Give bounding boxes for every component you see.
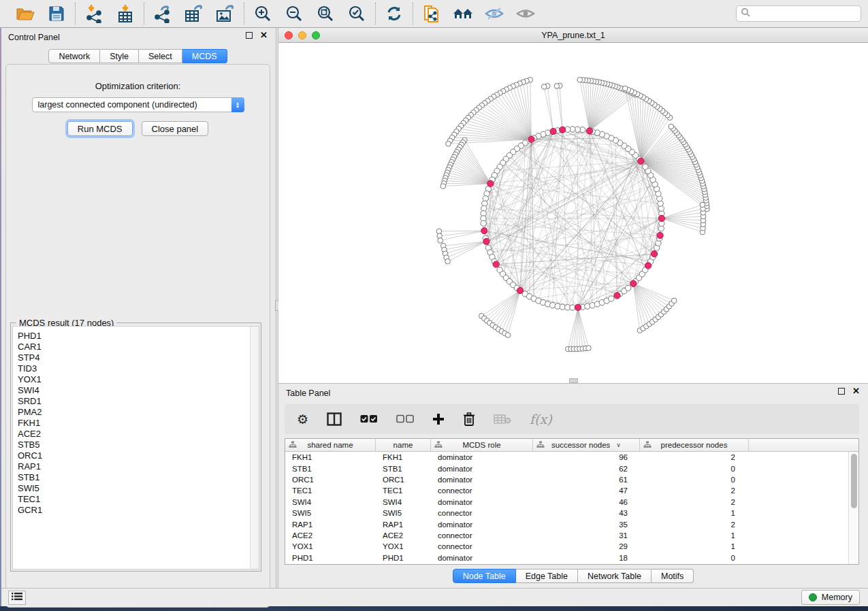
table-cell: 46 (533, 498, 640, 506)
window-minimize-icon[interactable] (298, 31, 306, 39)
search-field[interactable] (736, 5, 861, 22)
memory-status-dot-icon (809, 593, 817, 601)
mcds-list-scrollbar[interactable] (250, 327, 259, 569)
deselect-all-icon[interactable] (396, 414, 414, 424)
table-cell: 2 (640, 498, 749, 506)
show-eye-icon[interactable] (515, 3, 536, 24)
table-row[interactable]: RAP1RAP1dominator352 (285, 518, 848, 529)
float-panel-icon[interactable] (246, 32, 253, 39)
import-table-button[interactable] (114, 3, 136, 24)
mcds-result-item[interactable]: RAP1 (18, 461, 259, 472)
zoom-out-button[interactable] (283, 3, 305, 24)
delete-column-trash-icon[interactable] (463, 412, 475, 426)
tab-motifs[interactable]: Motifs (652, 569, 694, 583)
table-scrollbar[interactable] (848, 452, 858, 564)
horizontal-divider-grip[interactable] (569, 378, 578, 383)
export-network-button[interactable] (152, 3, 174, 24)
window-maximize-icon[interactable] (312, 31, 320, 39)
table-settings-gear-icon[interactable]: ⚙ (297, 412, 308, 427)
tab-edge-table[interactable]: Edge Table (516, 569, 578, 583)
mcds-result-item[interactable]: GCR1 (18, 505, 259, 516)
window-close-icon[interactable] (285, 31, 293, 39)
hide-eye-icon[interactable] (483, 3, 505, 24)
mcds-result-item[interactable]: SWI4 (18, 385, 259, 396)
column-header-mcds-role[interactable]: MCDS role (431, 439, 533, 451)
hierarchy-icon (536, 441, 545, 450)
split-view-icon[interactable] (327, 412, 342, 426)
column-header-shared-name[interactable]: shared name (285, 439, 376, 451)
mcds-result-item[interactable]: SWI5 (18, 483, 259, 494)
tab-mcds[interactable]: MCDS (182, 49, 227, 63)
table-row[interactable]: ORC1ORC1dominator610 (285, 474, 848, 485)
table-row[interactable]: STB1STB1dominator620 (285, 463, 848, 474)
mcds-result-item[interactable]: TEC1 (18, 494, 259, 505)
open-session-button[interactable] (14, 3, 36, 24)
mcds-result-item[interactable]: STP4 (18, 352, 259, 363)
zoom-selected-icon (348, 5, 366, 22)
table-scrollbar-thumb[interactable] (851, 454, 857, 508)
close-panel-icon[interactable]: ✕ (260, 32, 268, 39)
hierarchy-icon (289, 441, 297, 450)
export-image-button[interactable] (214, 3, 236, 24)
mcds-result-item[interactable]: YOX1 (18, 374, 259, 385)
column-header-predecessor-nodes[interactable]: predecessor nodes (640, 439, 749, 451)
select-all-icon[interactable] (360, 414, 378, 424)
tab-select[interactable]: Select (139, 49, 182, 63)
save-session-button[interactable] (46, 3, 67, 24)
task-history-button[interactable] (8, 591, 26, 605)
table-row[interactable]: SWI5SWI5connector431 (285, 508, 848, 518)
mcds-result-item[interactable]: ACE2 (18, 429, 259, 440)
optimization-criterion-select[interactable]: largest connected component (undirected)… (32, 97, 244, 112)
mcds-result-item[interactable]: TID3 (18, 363, 259, 374)
add-column-icon[interactable] (432, 413, 445, 425)
table-row[interactable]: SWI4SWI4dominator462 (285, 497, 848, 508)
close-table-panel-icon[interactable]: ✕ (852, 388, 860, 395)
refresh-button[interactable] (383, 3, 405, 24)
column-header-name[interactable]: name (376, 439, 431, 451)
delete-table-icon (494, 414, 511, 425)
hierarchy-icon (643, 441, 652, 450)
table-row[interactable]: TEC1TEC1connector472 (285, 485, 848, 496)
zoom-in-button[interactable] (252, 3, 274, 24)
mcds-result-item[interactable]: STB5 (18, 440, 259, 450)
hierarchy-icon (434, 441, 443, 450)
network-canvas[interactable] (278, 43, 868, 383)
mcds-result-item[interactable]: PMA2 (18, 407, 259, 418)
tab-node-table[interactable]: Node Table (453, 569, 516, 583)
memory-button[interactable]: Memory (801, 590, 860, 605)
table-cell: STB1 (376, 465, 431, 473)
float-table-panel-icon[interactable] (838, 388, 845, 395)
houses-icon[interactable] (452, 3, 474, 24)
tab-style[interactable]: Style (100, 49, 139, 63)
mcds-result-item[interactable]: PHD1 (18, 331, 259, 342)
close-panel-button[interactable]: Close panel (142, 121, 209, 136)
memory-label: Memory (822, 593, 852, 602)
table-cell: FKH1 (376, 453, 431, 461)
table-cell: 1 (640, 509, 749, 517)
mcds-result-item[interactable]: SRD1 (18, 396, 259, 407)
tab-network[interactable]: Network (48, 49, 100, 63)
search-input[interactable] (753, 9, 858, 18)
mcds-result-item[interactable]: STB1 (18, 472, 259, 483)
table-row[interactable]: ACE2ACE2connector311 (285, 530, 848, 541)
zoom-selected-button[interactable] (346, 3, 368, 24)
export-table-button[interactable] (183, 3, 205, 24)
refresh-icon (385, 5, 403, 22)
duplicate-network-icon (422, 3, 441, 24)
network-window-titlebar[interactable]: YPA_prune.txt_1 (278, 28, 868, 43)
table-row[interactable]: FKH1FKH1dominator962 (285, 452, 848, 463)
mcds-result-item[interactable]: FKH1 (18, 418, 259, 429)
table-row[interactable]: PHD1PHD1dominator180 (285, 552, 848, 563)
mcds-result-item[interactable]: ORC1 (18, 450, 259, 461)
import-network-button[interactable] (83, 3, 105, 24)
table-header-row: shared name name (285, 439, 858, 452)
sort-chevron-icon: ∨ (616, 442, 621, 448)
mcds-result-list[interactable]: PHD1CAR1STP4TID3YOX1SWI4SRD1PMA2FKH1ACE2… (12, 326, 259, 569)
tab-network-table[interactable]: Network Table (578, 569, 652, 583)
duplicate-network-button[interactable] (421, 3, 443, 24)
zoom-fit-button[interactable] (315, 3, 336, 24)
run-mcds-button[interactable]: Run MCDS (67, 121, 133, 136)
table-row[interactable]: YOX1YOX1connector291 (285, 541, 848, 552)
column-header-successor-nodes[interactable]: successor nodes ∨ (533, 439, 640, 451)
mcds-result-item[interactable]: CAR1 (18, 342, 259, 352)
